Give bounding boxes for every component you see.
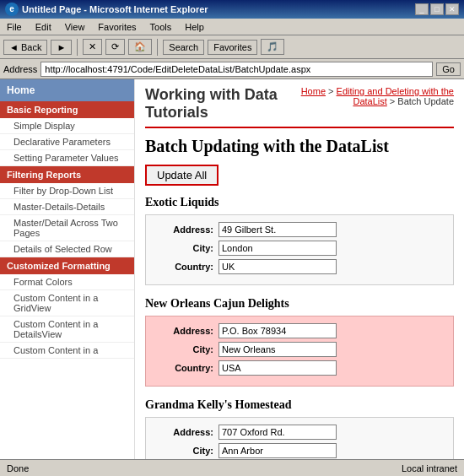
- sidebar-item-simple-display[interactable]: Simple Display: [0, 118, 134, 134]
- field-row-city: City:: [154, 241, 445, 256]
- status-text-left: Done: [7, 463, 29, 473]
- status-bar: Done Local intranet: [0, 459, 464, 476]
- field-row-country: Country:: [154, 360, 445, 376]
- company-form: Address:City:Country:: [145, 316, 454, 387]
- company-form: Address:City:Country:: [145, 417, 454, 459]
- field-row-city: City:: [154, 443, 445, 458]
- field-row-city: City:: [154, 342, 445, 357]
- address-input[interactable]: [219, 222, 337, 237]
- city-input[interactable]: [219, 241, 337, 256]
- country-label: Country:: [154, 262, 213, 272]
- sidebar-item-format-colors[interactable]: Format Colors: [0, 274, 134, 290]
- status-text-right: Local intranet: [402, 463, 457, 473]
- toolbar-separator-2: [157, 39, 158, 56]
- sidebar: Home Basic Reporting Simple Display Decl…: [0, 79, 135, 459]
- field-row-address: Address:: [154, 425, 445, 440]
- title-bar-controls[interactable]: _ □ ✕: [415, 3, 459, 15]
- breadcrumb-home[interactable]: Home: [301, 86, 326, 96]
- country-input[interactable]: [219, 259, 337, 274]
- sidebar-item-declarative-parameters[interactable]: Declarative Parameters: [0, 134, 134, 150]
- address-label: Address:: [154, 326, 213, 336]
- media-button[interactable]: 🎵: [261, 39, 284, 55]
- main-container: Home Basic Reporting Simple Display Decl…: [0, 79, 464, 459]
- sidebar-item-custom-content-gridview[interactable]: Custom Content in a GridView: [0, 290, 134, 316]
- page-title: Batch Updating with the DataList: [145, 137, 454, 156]
- sidebar-home[interactable]: Home: [0, 79, 134, 101]
- city-input[interactable]: [219, 443, 337, 458]
- favorites-button[interactable]: Favorites: [208, 40, 257, 55]
- close-button[interactable]: ✕: [445, 3, 459, 15]
- menu-bar: File Edit View Favorites Tools Help: [0, 19, 464, 35]
- company-section: Grandma Kelly's HomesteadAddress:City:Co…: [145, 398, 454, 459]
- field-row-address: Address:: [154, 323, 445, 338]
- address-bar: Address Go: [0, 59, 464, 79]
- toolbar-separator-1: [77, 39, 78, 56]
- menu-view[interactable]: View: [62, 21, 89, 33]
- city-label: City:: [154, 344, 213, 354]
- go-button[interactable]: Go: [436, 62, 461, 76]
- window-title: Untitled Page - Microsoft Internet Explo…: [22, 4, 208, 14]
- company-section: New Orleans Cajun DelightsAddress:City:C…: [145, 297, 454, 387]
- title-bar: e Untitled Page - Microsoft Internet Exp…: [0, 0, 464, 19]
- menu-tools[interactable]: Tools: [147, 21, 175, 33]
- country-input[interactable]: [219, 360, 337, 376]
- company-section: Exotic LiquidsAddress:City:Country:: [145, 196, 454, 285]
- city-label: City:: [154, 446, 213, 456]
- maximize-button[interactable]: □: [430, 3, 444, 15]
- sidebar-item-master-details[interactable]: Master-Details-Details: [0, 199, 134, 215]
- minimize-button[interactable]: _: [415, 3, 429, 15]
- address-input[interactable]: [219, 425, 337, 440]
- update-all-button[interactable]: Update All: [145, 165, 219, 186]
- menu-help[interactable]: Help: [181, 21, 208, 33]
- breadcrumb: Home > Editing and Deleting with the Dat…: [280, 86, 454, 106]
- breadcrumb-current: Batch Update: [397, 96, 454, 106]
- company-form: Address:City:Country:: [145, 214, 454, 285]
- toolbar: ◄ Back ► ✕ ⟳ 🏠 Search Favorites 🎵: [0, 35, 464, 59]
- address-label: Address:: [154, 427, 213, 437]
- sidebar-item-setting-parameter-values[interactable]: Setting Parameter Values: [0, 150, 134, 166]
- field-row-address: Address:: [154, 222, 445, 237]
- company-name: Grandma Kelly's Homestead: [145, 398, 454, 412]
- back-button[interactable]: ◄ Back: [3, 40, 47, 55]
- address-label: Address:: [154, 224, 213, 235]
- country-label: Country:: [154, 363, 213, 373]
- menu-file[interactable]: File: [3, 21, 25, 33]
- company-name: New Orleans Cajun Delights: [145, 297, 454, 311]
- title-bar-left: e Untitled Page - Microsoft Internet Exp…: [5, 3, 208, 16]
- sidebar-item-filter-dropdown[interactable]: Filter by Drop-Down List: [0, 183, 134, 199]
- search-button[interactable]: Search: [163, 40, 204, 55]
- city-label: City:: [154, 243, 213, 253]
- sidebar-item-custom-content-other[interactable]: Custom Content in a: [0, 343, 134, 359]
- stop-button[interactable]: ✕: [83, 39, 102, 55]
- sidebar-item-master-detail-two-pages[interactable]: Master/Detail Across Two Pages: [0, 215, 134, 241]
- ie-logo-icon: e: [5, 3, 19, 16]
- refresh-button[interactable]: ⟳: [105, 39, 125, 55]
- address-input[interactable]: [40, 62, 433, 77]
- sidebar-section-customized-formatting: Customized Formatting: [0, 257, 134, 274]
- menu-edit[interactable]: Edit: [32, 21, 55, 33]
- sidebar-item-custom-content-detailsview[interactable]: Custom Content in a DetailsView: [0, 316, 134, 343]
- address-input[interactable]: [219, 323, 337, 338]
- city-input[interactable]: [219, 342, 337, 357]
- home-button[interactable]: 🏠: [128, 39, 152, 55]
- page-header: Working with Data Tutorials Home > Editi…: [145, 86, 454, 128]
- sidebar-item-details-selected-row[interactable]: Details of Selected Row: [0, 241, 134, 257]
- field-row-country: Country:: [154, 259, 445, 274]
- menu-favorites[interactable]: Favorites: [94, 21, 139, 33]
- company-name: Exotic Liquids: [145, 196, 454, 209]
- forward-button[interactable]: ►: [51, 40, 72, 55]
- sidebar-section-filtering-reports: Filtering Reports: [0, 166, 134, 183]
- sidebar-section-basic-reporting: Basic Reporting: [0, 101, 134, 118]
- site-title: Working with Data Tutorials: [145, 86, 280, 122]
- companies-container: Exotic LiquidsAddress:City:Country:New O…: [145, 196, 454, 459]
- address-label: Address: [3, 64, 37, 74]
- content-area: Working with Data Tutorials Home > Editi…: [135, 79, 464, 459]
